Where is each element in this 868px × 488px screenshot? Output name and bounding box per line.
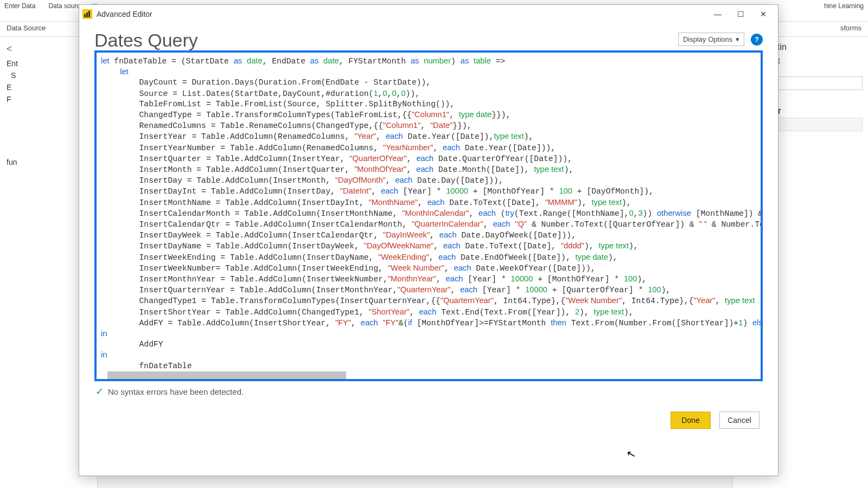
title-bar: Advanced Editor — ☐ ✕ xyxy=(79,5,778,23)
svg-rect-2 xyxy=(88,11,90,17)
dialog-title: Advanced Editor xyxy=(97,10,152,18)
help-button[interactable]: ? xyxy=(751,34,763,46)
code-editor[interactable]: let fnDateTable = (StartDate as date, En… xyxy=(94,50,763,381)
app-icon xyxy=(82,9,92,19)
display-options-dropdown[interactable]: Display Options▾ xyxy=(678,33,744,46)
maximize-button[interactable]: ☐ xyxy=(729,6,752,22)
minimize-button[interactable]: — xyxy=(706,6,729,22)
horizontal-scrollbar[interactable] xyxy=(107,371,346,379)
svg-rect-1 xyxy=(86,12,88,17)
chevron-down-icon: ▾ xyxy=(736,35,739,43)
enter-data-btn[interactable]: Enter Data xyxy=(4,2,35,10)
close-button[interactable]: ✕ xyxy=(752,6,775,22)
advanced-editor-dialog: Advanced Editor — ☐ ✕ Dates Query Displa… xyxy=(79,4,778,476)
svg-rect-0 xyxy=(84,14,86,17)
ml-btn[interactable]: hine Learning xyxy=(824,2,864,10)
nav-back-icon[interactable]: < xyxy=(7,43,91,55)
check-icon: ✓ xyxy=(95,386,104,397)
syntax-status: ✓ No syntax errors have been detected. xyxy=(94,381,763,402)
cancel-button[interactable]: Cancel xyxy=(719,412,760,429)
done-button[interactable]: Done xyxy=(671,412,711,429)
